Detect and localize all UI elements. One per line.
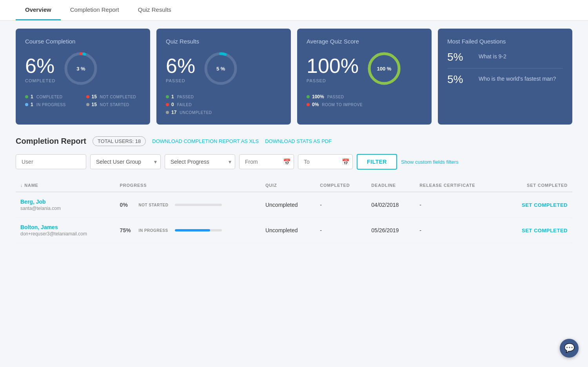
completed-cell: - — [315, 218, 367, 243]
progress-status: NOT STARTED — [139, 203, 170, 207]
progress-cell: 0% NOT STARTED — [115, 192, 261, 218]
custom-fields-link[interactable]: Show custom fields filters — [401, 159, 459, 165]
avg-score-number: 100% — [307, 54, 359, 78]
release-cert-cell: - — [415, 218, 500, 243]
table-row: Bolton, James don+requser3@telaniamail.c… — [16, 218, 572, 243]
total-users-badge: TOTAL USERS: 18 — [93, 136, 146, 146]
quiz-results-card: Quiz Results 6% PASSED 5 % 1 — [156, 29, 291, 125]
tab-quiz-results[interactable]: Quiz Results — [129, 0, 181, 20]
col-progress: PROGRESS — [115, 179, 261, 192]
completed-cell: - — [315, 192, 367, 218]
avg-score-donut: 100 % — [367, 51, 402, 86]
most-failed-questions-card: Most Failed Questions 5% What is 9-2 5% … — [438, 29, 572, 125]
quiz-results-sublabel: PASSED — [166, 78, 195, 83]
col-set-completed: SET COMPLETED — [500, 179, 572, 192]
completion-report-table: ↓ NAME PROGRESS QUIZ COMPLETED DEADLINE … — [16, 179, 572, 243]
user-cell: Berg, Job santa@telania.com — [16, 192, 115, 218]
col-name[interactable]: ↓ NAME — [16, 179, 115, 192]
from-date-wrapper: 📅 — [239, 154, 294, 169]
course-completion-card: Course Completion 6% COMPLETED 3 % — [16, 29, 150, 125]
release-cert-cell: - — [415, 192, 500, 218]
tab-overview[interactable]: Overview — [16, 0, 61, 20]
user-group-select-wrapper: Select User Group — [90, 154, 161, 169]
avg-score-sublabel: PASSED — [307, 78, 359, 83]
filters-row: Select User Group Select Progress 📅 📅 FI… — [16, 154, 572, 170]
progress-pct: 0% — [120, 202, 134, 208]
user-email: don+requser3@telaniamail.com — [20, 231, 111, 237]
col-quiz: QUIZ — [261, 179, 315, 192]
stat-not-completed: 15 NOT COMPLETED — [86, 94, 141, 99]
col-deadline: DEADLINE — [367, 179, 415, 192]
col-completed: COMPLETED — [315, 179, 367, 192]
quiz-cell: Uncompleted — [261, 218, 315, 243]
quiz-results-title: Quiz Results — [166, 38, 281, 45]
stat-passed: 1 PASSED — [166, 94, 281, 99]
stat-uncompleted: 17 UNCOMPLETED — [166, 110, 281, 115]
dot-gray — [86, 103, 89, 106]
mfq-pct-1: 5% — [447, 51, 471, 63]
stat-avg-passed: 100% PASSED — [307, 94, 422, 99]
mfq-item-2: 5% Who is the world's fastest man? — [447, 73, 563, 90]
tab-completion-report[interactable]: Completion Report — [61, 0, 129, 20]
most-failed-title: Most Failed Questions — [447, 38, 563, 45]
dot-green — [25, 95, 28, 98]
dot-red — [307, 103, 310, 106]
completion-report-title: Completion Report — [16, 137, 86, 146]
user-name-link[interactable]: Berg, Job — [20, 199, 111, 205]
dot-blue — [25, 103, 28, 106]
progress-select[interactable]: Select Progress — [165, 154, 235, 169]
mfq-text-1: What is 9-2 — [479, 51, 506, 60]
user-name-link[interactable]: Bolton, James — [20, 224, 111, 230]
set-completed-button[interactable]: SET COMPLETED — [522, 202, 568, 208]
dot-gray — [166, 111, 169, 114]
to-date-input[interactable] — [298, 154, 353, 169]
stat-not-started: 15 NOT STARTED — [86, 102, 141, 107]
course-completion-number: 6% — [25, 54, 55, 78]
stat-cards-row: Course Completion 6% COMPLETED 3 % — [16, 29, 572, 125]
progress-status: IN PROGRESS — [139, 228, 170, 233]
quiz-results-donut-label: 5 % — [216, 66, 225, 72]
course-completion-sublabel: COMPLETED — [25, 78, 55, 83]
stat-room-to-improve: 0% ROOM TO IMPROVE — [307, 102, 422, 107]
user-email: santa@telania.com — [20, 206, 111, 211]
progress-bar-wrap — [175, 229, 222, 231]
progress-bar-wrap — [175, 204, 222, 206]
avg-score-donut-label: 100 % — [377, 66, 392, 72]
quiz-results-number: 6% — [166, 54, 195, 78]
course-completion-title: Course Completion — [25, 38, 141, 45]
dot-red — [166, 103, 169, 106]
download-pdf-link[interactable]: DOWNLOAD STATS AS PDF — [265, 138, 332, 144]
stat-failed: 0 FAILED — [166, 102, 281, 107]
progress-cell: 75% IN PROGRESS — [115, 218, 261, 243]
course-completion-donut: 3 % — [63, 51, 98, 86]
user-group-select[interactable]: Select User Group — [90, 154, 161, 169]
mfq-text-2: Who is the world's fastest man? — [479, 73, 556, 82]
col-release-cert: RELEASE CERTIFICATE — [415, 179, 500, 192]
deadline-cell: 05/26/2019 — [367, 218, 415, 243]
deadline-cell: 04/02/2018 — [367, 192, 415, 218]
set-completed-button[interactable]: SET COMPLETED — [522, 228, 568, 233]
progress-bar — [175, 229, 210, 231]
user-input[interactable] — [16, 154, 86, 169]
stat-completed: 1 COMPLETED — [25, 94, 80, 99]
quiz-cell: Uncompleted — [261, 192, 315, 218]
dot-green — [166, 95, 169, 98]
mfq-pct-2: 5% — [447, 73, 471, 86]
user-cell: Bolton, James don+requser3@telaniamail.c… — [16, 218, 115, 243]
quiz-results-donut: 5 % — [203, 51, 238, 86]
from-date-input[interactable] — [239, 154, 294, 169]
course-completion-donut-label: 3 % — [76, 66, 85, 72]
table-body: Berg, Job santa@telania.com 0% NOT START… — [16, 192, 572, 243]
dot-red — [86, 95, 89, 98]
table-header: ↓ NAME PROGRESS QUIZ COMPLETED DEADLINE … — [16, 179, 572, 192]
set-completed-cell: SET COMPLETED — [500, 218, 572, 243]
progress-pct: 75% — [120, 227, 134, 233]
download-xls-link[interactable]: DOWNLOAD COMPLETION REPORT AS XLS — [152, 138, 259, 144]
dot-green — [307, 95, 310, 98]
progress-select-wrapper: Select Progress — [165, 154, 235, 169]
filter-button[interactable]: FILTER — [357, 154, 397, 170]
top-navigation: Overview Completion Report Quiz Results — [0, 0, 588, 21]
completion-report-header: Completion Report TOTAL USERS: 18 DOWNLO… — [16, 136, 572, 146]
sort-icon: ↓ — [20, 183, 24, 188]
set-completed-cell: SET COMPLETED — [500, 192, 572, 218]
